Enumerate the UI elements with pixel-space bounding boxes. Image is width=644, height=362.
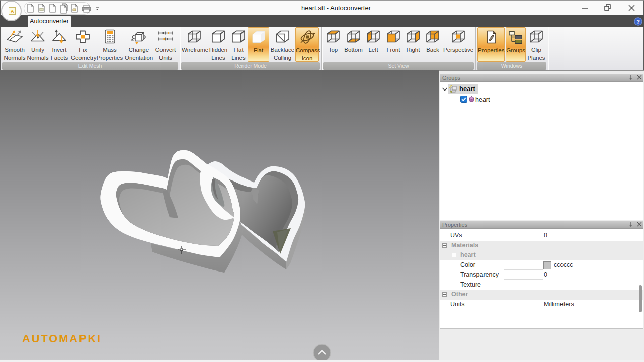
svg-text:?: ?	[636, 19, 640, 25]
